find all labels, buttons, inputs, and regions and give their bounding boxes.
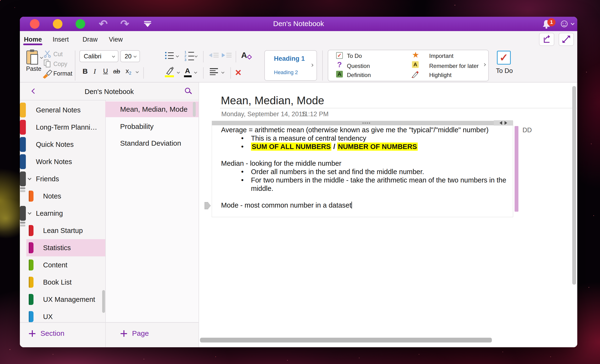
- paste-chevron-down-icon[interactable]: [40, 56, 43, 59]
- tag-definition[interactable]: Definition: [347, 72, 371, 78]
- note-line-with-caret: Mode - most common number in a dataset: [221, 201, 503, 209]
- add-page-row[interactable]: Page: [106, 322, 198, 347]
- cut-button[interactable]: Cut: [53, 51, 63, 58]
- bullet-list-icon[interactable]: [165, 52, 174, 59]
- outdent-icon[interactable]: [209, 53, 219, 57]
- style-heading2[interactable]: Heading 2: [274, 69, 298, 75]
- paragraph-handle-icon[interactable]: [205, 202, 211, 209]
- note-outline-container[interactable]: Average = arithmetic mean (otherwise kno…: [212, 121, 513, 217]
- italic-button[interactable]: I: [94, 67, 96, 75]
- add-section-button[interactable]: Section: [40, 329, 64, 337]
- section-label: Friends: [36, 175, 59, 183]
- subscript-button[interactable]: x2: [126, 67, 131, 76]
- page-item-probability[interactable]: Probability: [105, 121, 198, 135]
- bullet-glyph: •: [241, 134, 244, 142]
- page-title[interactable]: Mean, Median, Mode: [221, 94, 324, 107]
- ribbon-separator: [322, 50, 323, 81]
- sidebar-item-content[interactable]: Content: [26, 256, 105, 274]
- tag-highlight[interactable]: Highlight: [429, 72, 451, 78]
- tags-panel: ✓ To Do ? Question A Definition ★ Import…: [328, 50, 489, 81]
- sidebar-item-lean-startup[interactable]: Lean Startup: [26, 222, 105, 239]
- sidebar-item-general-notes[interactable]: General Notes: [26, 101, 105, 119]
- delete-icon[interactable]: ×: [235, 68, 241, 77]
- group-stack-decoration: [20, 190, 25, 192]
- digit: 2: [184, 55, 187, 57]
- tab-home[interactable]: Home: [24, 36, 42, 43]
- format-painter-button[interactable]: Format: [53, 70, 72, 77]
- page-canvas[interactable]: Mean, Median, Mode Monday, September 14,…: [199, 83, 577, 347]
- numbered-list-icon[interactable]: 1 2 3: [184, 51, 194, 61]
- outline-move-handle[interactable]: [212, 121, 513, 125]
- tab-insert[interactable]: Insert: [53, 36, 69, 43]
- highlighter-icon[interactable]: [165, 66, 175, 75]
- important-tag-icon: ★: [412, 51, 419, 57]
- sidebar-item-work-notes[interactable]: Work Notes: [26, 153, 105, 170]
- copy-button[interactable]: Copy: [53, 61, 67, 67]
- author-initials: DD: [523, 127, 532, 134]
- plus-icon: [29, 330, 35, 337]
- style-heading1[interactable]: Heading 1: [274, 55, 305, 62]
- highlighter-chevron-icon[interactable]: [177, 71, 180, 74]
- numbered-list-chevron-icon[interactable]: [195, 54, 198, 57]
- horizontal-scrollbar-thumb[interactable]: [200, 338, 492, 343]
- font-size-select[interactable]: 20: [120, 50, 140, 62]
- font-name-select[interactable]: Calibri: [79, 50, 118, 62]
- bold-button[interactable]: B: [83, 67, 88, 75]
- plus-icon: [121, 330, 127, 337]
- highlight-tag-icon: [412, 71, 420, 78]
- sidebar-item-notes[interactable]: Notes: [26, 187, 105, 205]
- add-section-row[interactable]: Section: [20, 322, 105, 347]
- clear-formatting-icon[interactable]: A: [241, 50, 247, 60]
- share-button[interactable]: [539, 33, 554, 46]
- subscript-chevron-icon[interactable]: [136, 70, 139, 73]
- notebook-header: Den's Notebook: [20, 83, 198, 101]
- pages-scrollbar-thumb[interactable]: [193, 102, 196, 117]
- strikethrough-button[interactable]: ab: [113, 68, 120, 75]
- paste-icon[interactable]: [26, 50, 38, 64]
- indent-icon[interactable]: [222, 53, 232, 57]
- full-screen-button[interactable]: [559, 33, 574, 46]
- sidebar-item-quick-notes[interactable]: Quick Notes: [26, 136, 105, 153]
- paste-button[interactable]: Paste: [26, 65, 41, 72]
- section-label: Lean Startup: [43, 227, 83, 235]
- account-smiley-icon[interactable]: ☺: [559, 18, 570, 29]
- tags-more-chevron-icon[interactable]: [483, 63, 486, 66]
- text-caret: [351, 202, 352, 209]
- vertical-scrollbar-thumb[interactable]: [572, 86, 576, 285]
- sidebar-group-learning[interactable]: Learning: [26, 205, 105, 222]
- sidebar-item-book-list[interactable]: Book List: [26, 274, 105, 291]
- page-item-mean-median-mode[interactable]: Mean, Median, Mode: [105, 101, 198, 117]
- styles-more-chevron-icon[interactable]: [310, 64, 313, 67]
- tab-draw[interactable]: Draw: [83, 36, 98, 43]
- tag-important[interactable]: Important: [429, 53, 453, 59]
- sidebar-group-friends[interactable]: Friends: [26, 170, 105, 187]
- outline-resize-arrows[interactable]: [494, 120, 513, 126]
- sections-scrollbar-thumb[interactable]: [102, 290, 105, 313]
- alignment-chevron-icon[interactable]: [221, 71, 225, 74]
- section-group-edge-tab: [20, 171, 26, 186]
- todo-tag-button[interactable]: ✓: [497, 51, 511, 65]
- sidebar-item-statistics[interactable]: Statistics: [26, 239, 105, 256]
- font-color-chevron-icon[interactable]: [194, 71, 197, 74]
- highlighted-text: SUM OF ALL NUMBERS: [251, 142, 331, 151]
- drag-dots-icon: [362, 122, 364, 124]
- underline-button[interactable]: U: [103, 67, 108, 75]
- section-label: Notes: [43, 192, 61, 200]
- sidebar-item-ux-management[interactable]: UX Management: [26, 291, 105, 308]
- search-icon[interactable]: [185, 88, 190, 93]
- chevron-down-icon[interactable]: [28, 211, 32, 215]
- paragraph-alignment-icon[interactable]: [210, 68, 218, 75]
- page-item-standard-deviation[interactable]: Standard Deviation: [105, 137, 198, 152]
- tag-todo[interactable]: To Do: [347, 53, 362, 59]
- section-spine-icon: [29, 191, 34, 202]
- add-page-button[interactable]: Page: [132, 329, 149, 337]
- font-color-button[interactable]: A: [185, 67, 190, 75]
- tab-view[interactable]: View: [109, 36, 123, 43]
- sidebar-item-long-term-planning[interactable]: Long-Term Planni…: [26, 119, 105, 136]
- tag-question[interactable]: Question: [347, 63, 370, 69]
- bullet-list-chevron-icon[interactable]: [176, 54, 179, 57]
- bullet-glyph: •: [241, 142, 244, 151]
- note-text-block[interactable]: Average = arithmetic mean (otherwise kno…: [221, 126, 503, 209]
- tag-remember-for-later[interactable]: Remember for later: [429, 63, 479, 69]
- chevron-down-icon[interactable]: [28, 177, 32, 180]
